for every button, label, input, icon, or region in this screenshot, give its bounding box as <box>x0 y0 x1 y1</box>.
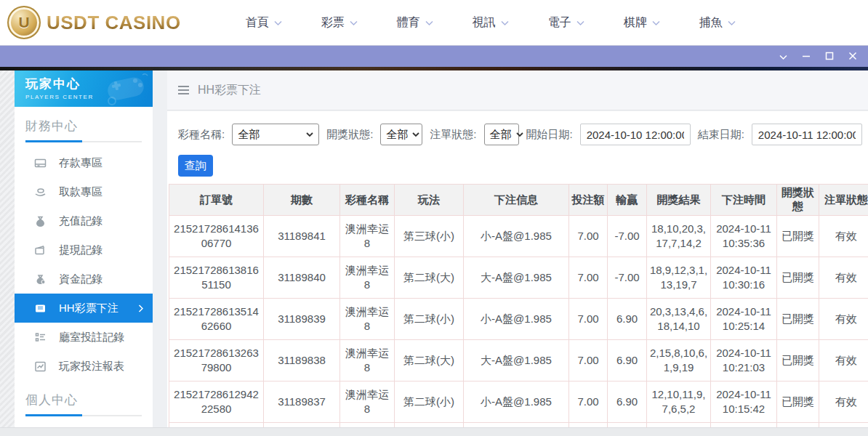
nav-item-label: 體育 <box>397 15 420 31</box>
table-cell: 已開獎 <box>777 299 819 340</box>
draw-status-value: 全部 <box>386 128 408 142</box>
sidebar-item-label: 充值記錄 <box>59 214 103 228</box>
column-header[interactable]: 開獎結果 <box>647 185 711 216</box>
sidebar-item-label: 資金記錄 <box>59 272 103 286</box>
window-titlebar <box>0 45 868 67</box>
draw-status-select[interactable]: 全部 <box>380 124 422 145</box>
table-cell: -7.00 <box>608 216 647 257</box>
sidebar-item-資金記錄[interactable]: 資金記錄 <box>15 265 153 294</box>
table-cell: 2152172861413606770 <box>169 216 264 257</box>
table-cell: 2024-10-11 10:30:16 <box>711 257 777 299</box>
chevron-down-icon <box>274 20 282 26</box>
table-cell: 2024-10-11 10:21:03 <box>711 340 777 382</box>
table-row[interactable]: 215217286135146266031189839澳洲幸运8第二球(小)小-… <box>169 299 868 340</box>
nav-item-1[interactable]: 彩票 <box>302 15 377 31</box>
order-status-select[interactable]: 全部 <box>484 124 519 145</box>
main-content: 彩種名稱: 全部 開獎狀態: 全部 注單狀態: 全部 開始日期: 結束日期: 查… <box>167 111 868 427</box>
column-header[interactable]: 投注額 <box>569 185 608 216</box>
sidebar-items: 消息公告 <box>15 422 153 427</box>
chevron-down-icon <box>412 132 419 137</box>
cashout-icon <box>34 244 47 257</box>
table-cell: 2,15,8,10,6,1,9,19 <box>647 340 711 382</box>
window-controls <box>775 49 861 65</box>
horizontal-scrollbar[interactable] <box>0 427 868 436</box>
table-cell: -7.00 <box>608 257 647 299</box>
table-cell: 6.90 <box>608 299 647 340</box>
deposit-icon <box>34 157 47 169</box>
start-date-input[interactable] <box>580 124 691 145</box>
nav-item-5[interactable]: 棋牌 <box>604 15 680 31</box>
top-nav: U USDT CASINO 首頁彩票體育視訊電子棋牌捕魚 <box>0 0 868 45</box>
sidebar-item-HH彩票下注[interactable]: HH彩票下注 <box>15 294 153 323</box>
app-window: U USDT CASINO 首頁彩票體育視訊電子棋牌捕魚 玩家中心 PLAYER… <box>0 0 868 436</box>
table-cell: 18,9,12,3,1,13,19,7 <box>647 257 711 299</box>
order-status-label: 注單狀態: <box>430 128 476 142</box>
table-cell: 31189839 <box>264 299 340 340</box>
sidebar-item-label: 取款專區 <box>59 185 103 199</box>
table-row[interactable]: 215217286132637980031189838澳洲幸运8第二球(大)大-… <box>169 340 868 382</box>
column-header[interactable]: 訂單號 <box>169 185 264 216</box>
sidebar-item-充值記錄[interactable]: 充值記錄 <box>15 206 153 235</box>
search-button[interactable]: 查詢 <box>178 155 213 177</box>
table-cell: 20,3,13,4,6,18,14,10 <box>647 299 711 340</box>
table-cell: 31189840 <box>264 257 340 299</box>
draw-status-label: 開獎狀態: <box>326 128 373 142</box>
collapse-button[interactable] <box>775 49 791 65</box>
decorative-strip <box>0 67 868 70</box>
sidebar-item-玩家投注報表[interactable]: 玩家投注報表 <box>15 352 153 381</box>
table-cell: 有效 <box>819 257 868 299</box>
column-header[interactable]: 期數 <box>264 185 340 216</box>
lottery-name-select[interactable]: 全部 <box>232 124 319 145</box>
column-header[interactable]: 開獎狀態 <box>777 185 819 216</box>
minimize-button[interactable] <box>798 49 814 65</box>
sidebar-item-取款專區[interactable]: 取款專區 <box>15 177 153 206</box>
nav-item-4[interactable]: 電子 <box>529 15 604 31</box>
table-row[interactable]: 215217286141360677031189841澳洲幸运8第三球(小)小-… <box>169 216 868 257</box>
sidebar-section-title-0: 財務中心 <box>25 118 142 134</box>
sidebar-section-title-1: 個人中心 <box>25 392 142 408</box>
table-cell: 2152172861381651150 <box>169 257 264 299</box>
table-cell: 12,10,11,9,7,6,5,2 <box>647 382 711 423</box>
table-row[interactable]: 215217286129422258031189837澳洲幸运8第二球(小)小-… <box>169 382 868 423</box>
nav-item-label: 電子 <box>548 15 571 31</box>
main-menu: 首頁彩票體育視訊電子棋牌捕魚 <box>226 15 755 31</box>
nav-item-0[interactable]: 首頁 <box>226 15 302 31</box>
logo-coin-icon: U <box>7 6 41 39</box>
nav-item-6[interactable]: 捕魚 <box>680 15 755 31</box>
nav-item-2[interactable]: 體育 <box>377 15 453 31</box>
logo[interactable]: U USDT CASINO <box>7 6 181 39</box>
column-header[interactable]: 輸贏 <box>608 185 647 216</box>
sidebar-item-label: 廳室投註記錄 <box>59 331 124 344</box>
table-cell: 有效 <box>819 340 868 382</box>
end-date-input[interactable] <box>752 124 862 145</box>
sidebar-item-存款專區[interactable]: 存款專區 <box>15 148 153 177</box>
table-cell: 第三球(小) <box>395 216 464 257</box>
table-cell: 大-A盤@1.985 <box>464 257 569 299</box>
column-header[interactable]: 注單狀態 <box>819 185 868 216</box>
maximize-button[interactable] <box>821 49 837 65</box>
column-header[interactable]: 下注信息 <box>464 185 569 216</box>
column-header[interactable]: 玩法 <box>395 185 464 216</box>
table-cell: 第二球(大) <box>395 340 464 382</box>
sidebar-item-廳室投註記錄[interactable]: 廳室投註記錄 <box>15 323 153 352</box>
nav-item-3[interactable]: 視訊 <box>453 15 529 31</box>
lottery-icon <box>34 302 47 315</box>
sidebar-header: 玩家中心 PLAYERS CENTER <box>15 70 153 107</box>
sidebar-item-消息公告[interactable]: 消息公告 <box>15 422 153 427</box>
section-divider <box>25 141 142 142</box>
close-button[interactable] <box>845 49 861 65</box>
nav-item-label: 首頁 <box>246 15 269 31</box>
sidebar-item-提現記錄[interactable]: 提現記錄 <box>15 235 153 265</box>
table-row[interactable]: 215217286138165115031189840澳洲幸运8第二球(大)大-… <box>169 257 868 299</box>
orders-table-wrap: 訂單號期數彩種名稱玩法下注信息投注額輸贏開獎結果下注時間開獎狀態注單狀態 215… <box>169 184 868 427</box>
table-cell: 2152172861351462660 <box>169 299 264 340</box>
table-cell: 6.90 <box>608 382 647 423</box>
left-gutter <box>0 70 15 436</box>
filter-bar: 彩種名稱: 全部 開獎狀態: 全部 注單狀態: 全部 開始日期: 結束日期: <box>167 111 868 145</box>
sidebar-items: 存款專區取款專區充值記錄提現記錄資金記錄HH彩票下注廳室投註記錄玩家投注報表 <box>15 148 153 381</box>
column-header[interactable]: 下注時間 <box>711 185 777 216</box>
column-header[interactable]: 彩種名稱 <box>340 185 395 216</box>
table-cell: 31189841 <box>264 216 340 257</box>
hamburger-icon[interactable] <box>177 85 190 95</box>
table-cell: 18,10,20,3,17,7,14,2 <box>647 216 711 257</box>
